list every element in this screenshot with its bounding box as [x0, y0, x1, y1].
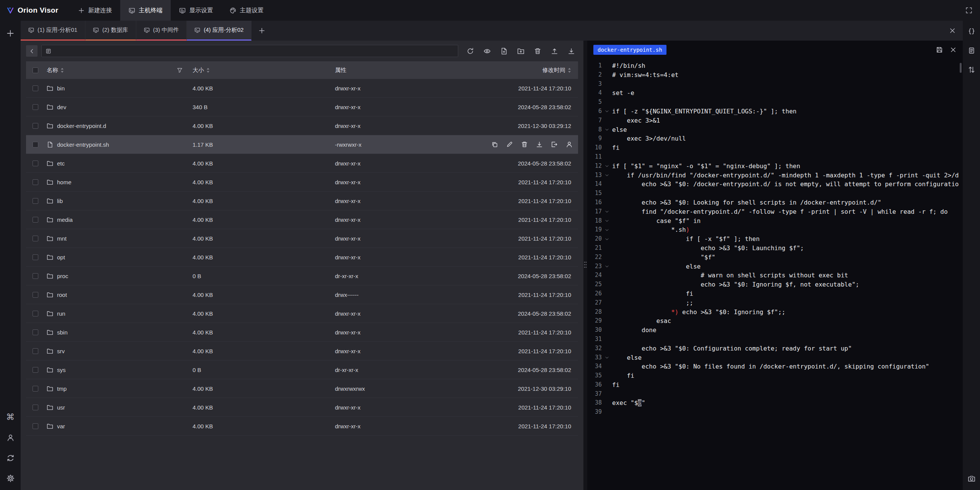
- row-checkbox[interactable]: [33, 142, 38, 147]
- column-header-name[interactable]: 名称: [44, 67, 193, 74]
- upload-icon[interactable]: [551, 48, 558, 55]
- file-name[interactable]: bin: [57, 85, 65, 92]
- editor-scrollbar-thumb[interactable]: [960, 63, 962, 73]
- fold-chevron-icon[interactable]: [602, 125, 612, 134]
- nav-item-new-connection[interactable]: 新建连接: [70, 0, 120, 21]
- file-name[interactable]: srv: [57, 348, 65, 354]
- tab-4[interactable]: (4) 应用-分析02: [187, 21, 252, 41]
- file-name[interactable]: mnt: [57, 235, 67, 242]
- row-checkbox[interactable]: [33, 329, 38, 335]
- file-row-run[interactable]: run4.00 KBdrwxr-xr-x2024-05-28 23:58:02: [26, 304, 578, 323]
- settings-gear-icon[interactable]: [7, 474, 15, 482]
- tab-3[interactable]: (3) 中间件: [136, 21, 187, 41]
- delete-icon[interactable]: [534, 48, 541, 55]
- file-row-sbin[interactable]: sbin4.00 KBdrwxr-xr-x2021-11-24 17:20:10: [26, 323, 578, 342]
- file-row-docker-entrypoint.sh[interactable]: docker-entrypoint.sh1.17 KB-rwxrwxr-x: [26, 135, 578, 154]
- row-checkbox[interactable]: [33, 273, 38, 279]
- path-input[interactable]: [54, 48, 454, 54]
- edit-icon[interactable]: [506, 141, 513, 148]
- save-icon[interactable]: [936, 46, 943, 53]
- file-row-dev[interactable]: dev340 Bdrwxr-xr-x2024-05-28 23:58:02: [26, 98, 578, 116]
- copy-path-icon[interactable]: [491, 141, 498, 148]
- fold-chevron-icon[interactable]: [602, 207, 612, 216]
- file-name[interactable]: usr: [57, 404, 65, 411]
- move-icon[interactable]: [551, 141, 558, 148]
- row-checkbox[interactable]: [33, 367, 38, 373]
- nav-item-theme-settings[interactable]: 主题设置: [221, 0, 272, 21]
- row-checkbox[interactable]: [33, 348, 38, 354]
- nav-item-display-settings[interactable]: 显示设置: [171, 0, 221, 21]
- select-all-checkbox[interactable]: [33, 67, 38, 73]
- close-panel-icon[interactable]: [942, 21, 963, 41]
- fold-chevron-icon[interactable]: [602, 353, 612, 362]
- filter-funnel-icon[interactable]: [177, 67, 183, 73]
- file-row-home[interactable]: home4.00 KBdrwxr-xr-x2021-11-24 17:20:10: [26, 173, 578, 192]
- nav-item-host-terminal[interactable]: 主机终端: [120, 0, 171, 21]
- back-icon[interactable]: [26, 45, 38, 57]
- file-row-usr[interactable]: usr4.00 KBdrwxr-xr-x2021-11-24 17:20:10: [26, 398, 578, 417]
- delete-icon[interactable]: [521, 141, 528, 148]
- file-name[interactable]: lib: [57, 198, 63, 204]
- file-name[interactable]: dev: [57, 104, 66, 110]
- sort-carets-icon[interactable]: [60, 67, 64, 73]
- file-row-lib[interactable]: lib4.00 KBdrwxr-xr-x2021-11-24 17:20:10: [26, 192, 578, 210]
- fold-chevron-icon[interactable]: [602, 171, 612, 180]
- file-name[interactable]: opt: [57, 254, 65, 261]
- row-checkbox[interactable]: [33, 123, 38, 129]
- fold-chevron-icon[interactable]: [602, 216, 612, 226]
- column-header-size[interactable]: 大小: [193, 67, 335, 74]
- command-palette-icon[interactable]: ⌘: [6, 413, 15, 421]
- file-name[interactable]: run: [57, 310, 65, 317]
- file-row-srv[interactable]: srv4.00 KBdrwxr-xr-x2021-11-24 17:20:10: [26, 342, 578, 361]
- file-name[interactable]: proc: [57, 273, 68, 279]
- file-row-tmp[interactable]: tmp4.00 KBdrwxrwxrwx2021-12-30 03:29:10: [26, 379, 578, 398]
- new-folder-icon[interactable]: [517, 48, 524, 55]
- code-editor[interactable]: 1#!/bin/sh2# vim:sw=4:ts=4:et34set -e56i…: [587, 59, 963, 490]
- file-name[interactable]: media: [57, 216, 73, 223]
- file-name[interactable]: root: [57, 292, 67, 298]
- file-name[interactable]: sbin: [57, 329, 68, 336]
- row-checkbox[interactable]: [33, 104, 38, 110]
- panel-splitter[interactable]: [583, 41, 587, 490]
- snippet-braces-icon[interactable]: [968, 28, 975, 35]
- row-checkbox[interactable]: [33, 198, 38, 204]
- file-row-bin[interactable]: bin4.00 KBdrwxr-xr-x2021-11-24 17:20:10: [26, 79, 578, 98]
- new-file-icon[interactable]: [500, 48, 508, 55]
- download-icon[interactable]: [536, 141, 543, 148]
- fold-chevron-icon[interactable]: [602, 162, 612, 171]
- row-checkbox[interactable]: [33, 254, 38, 260]
- file-row-var[interactable]: var4.00 KBdrwxr-xr-x2021-11-24 17:20:10: [26, 417, 578, 436]
- sort-carets-icon[interactable]: [206, 67, 210, 73]
- quick-command-icon[interactable]: [968, 47, 975, 54]
- row-checkbox[interactable]: [33, 386, 38, 392]
- row-checkbox[interactable]: [33, 292, 38, 298]
- file-name[interactable]: docker-entrypoint.d: [57, 123, 106, 129]
- row-checkbox[interactable]: [33, 85, 38, 91]
- fold-chevron-icon[interactable]: [602, 225, 612, 234]
- file-row-proc[interactable]: proc0 Bdr-xr-xr-x2024-05-28 23:58:02: [26, 267, 578, 285]
- user-icon[interactable]: [7, 434, 15, 442]
- new-connection-icon[interactable]: [6, 29, 15, 38]
- file-row-docker-entrypoint.d[interactable]: docker-entrypoint.d4.00 KBdrwxr-xr-x2021…: [26, 116, 578, 135]
- sort-carets-icon[interactable]: [568, 67, 571, 73]
- column-header-mtime[interactable]: 修改时间: [491, 67, 578, 74]
- fold-chevron-icon[interactable]: [602, 107, 612, 116]
- fold-chevron-icon[interactable]: [602, 234, 612, 244]
- row-checkbox[interactable]: [33, 217, 38, 223]
- screenshot-camera-icon[interactable]: [968, 475, 975, 482]
- sort-lines-icon[interactable]: [968, 66, 975, 74]
- file-row-media[interactable]: media4.00 KBdrwxr-xr-x2021-11-24 17:20:1…: [26, 210, 578, 229]
- close-editor-icon[interactable]: [950, 46, 957, 53]
- file-name[interactable]: tmp: [57, 385, 67, 392]
- file-row-mnt[interactable]: mnt4.00 KBdrwxr-xr-x2021-11-24 17:20:10: [26, 229, 578, 248]
- file-name[interactable]: docker-entrypoint.sh: [57, 141, 109, 148]
- sync-icon[interactable]: [7, 454, 15, 462]
- brand[interactable]: Orion Visor: [7, 6, 58, 15]
- row-checkbox[interactable]: [33, 405, 38, 410]
- file-name[interactable]: home: [57, 179, 72, 185]
- row-checkbox[interactable]: [33, 423, 38, 429]
- fold-chevron-icon[interactable]: [602, 262, 612, 271]
- file-name[interactable]: etc: [57, 160, 65, 167]
- row-checkbox[interactable]: [33, 179, 38, 185]
- file-row-etc[interactable]: etc4.00 KBdrwxr-xr-x2024-05-28 23:58:02: [26, 154, 578, 173]
